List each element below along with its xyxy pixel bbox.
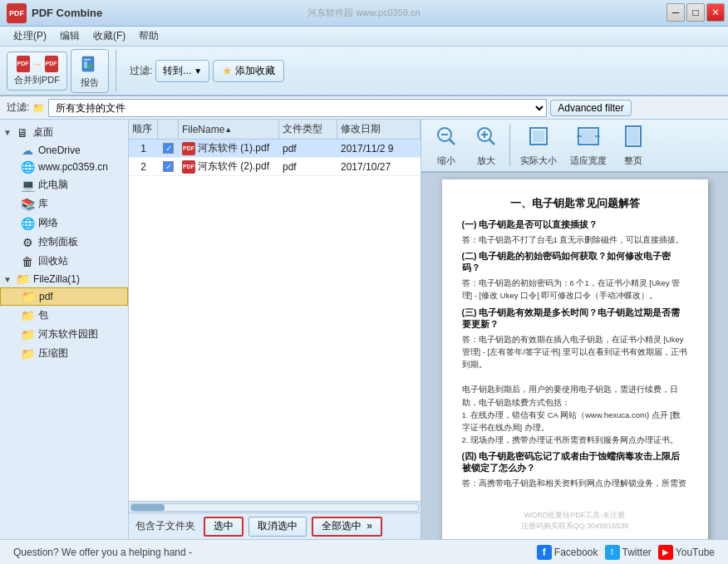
sidebar-item-desktop[interactable]: ▼ 🖥 桌面 (0, 123, 128, 142)
sidebar-item-hedong[interactable]: 📁 河东软件园图 (0, 325, 128, 344)
sidebar-item-pc[interactable]: 💻 此电脑 (0, 175, 128, 194)
maximize-button[interactable]: □ (686, 3, 705, 22)
zoom-in-button[interactable]: 放大 (468, 121, 504, 170)
fit-page-button[interactable]: 整页 (615, 121, 652, 170)
col-header-seq[interactable]: 顺序 (129, 120, 158, 139)
checkbox-icon[interactable]: ✓ (163, 143, 174, 154)
sidebar-item-label: 此电脑 (38, 178, 68, 192)
controlpanel-icon: ⚙ (20, 237, 35, 248)
toolbar: PDF → PDF 合并到PDF 报告 过滤: 转到... ▼ ★ 添加收藏 (0, 47, 728, 96)
sidebar-item-website[interactable]: 🌐 www.pc0359.cn (0, 159, 128, 175)
menu-favorites[interactable]: 收藏(F) (86, 27, 132, 45)
advanced-filter-button[interactable]: Advanced filter (550, 100, 631, 116)
cell-date: 2017/10/27 (337, 161, 421, 173)
transfer-button[interactable]: 转到... ▼ (155, 60, 209, 82)
sidebar-item-onedrive[interactable]: ☁ OneDrive (0, 142, 128, 159)
sidebar-item-label: 库 (38, 197, 48, 211)
cell-type: pdf (279, 143, 337, 154)
social-section: f Facebook t Twitter ▶ YouTube (537, 545, 715, 560)
library-icon: 📚 (20, 199, 35, 210)
actual-size-button[interactable]: 实际大小 (515, 121, 562, 170)
file-list-body: 1 ✓ PDF 河东软件 (1).pdf pdf 2017/11/2 9 2 ✓… (129, 140, 421, 501)
filter-select[interactable]: 所有支持的文件 (48, 99, 547, 117)
sidebar-item-zip[interactable]: 📁 压缩图 (0, 344, 128, 363)
col-header-name[interactable]: FileName (179, 120, 279, 139)
pdf-section-2-heading: (二) 电子钥匙的初始密码如何获取？如何修改电子密码？ (462, 251, 688, 274)
table-row[interactable]: 1 ✓ PDF 河东软件 (1).pdf pdf 2017/11/2 9 (129, 140, 421, 158)
sidebar-item-label: 压缩图 (38, 346, 68, 360)
cell-check[interactable]: ✓ (158, 143, 179, 154)
twitter-button[interactable]: t Twitter (605, 545, 652, 560)
hedong-icon: 📁 (20, 329, 35, 341)
col-header-date[interactable]: 修改日期 (337, 120, 421, 139)
checkbox-icon[interactable]: ✓ (163, 161, 174, 172)
sidebar-item-recycle[interactable]: 🗑 回收站 (0, 252, 128, 271)
zip-icon: 📁 (20, 348, 35, 360)
add-favorite-button[interactable]: ★ 添加收藏 (213, 60, 284, 82)
menu-bar: 处理(P) 编辑 收藏(F) 帮助 (0, 27, 728, 47)
svg-rect-2 (88, 65, 91, 68)
bottom-bar: 包含子文件夹 选中 取消选中 全部选中 » (129, 513, 421, 539)
file-name-text: 河东软件 (1).pdf (198, 141, 269, 155)
transfer-label: 转到... (163, 64, 191, 78)
report-icon (78, 53, 101, 76)
bag-icon: 📁 (20, 310, 35, 321)
scrollbar-thumb[interactable] (131, 504, 165, 511)
sidebar-item-network[interactable]: 🌐 网络 (0, 213, 128, 233)
pdf-section-1-heading: (一) 电子钥匙是否可以直接插拔？ (462, 219, 688, 231)
menu-edit[interactable]: 编辑 (53, 27, 86, 45)
filter-label: 过滤: (130, 64, 152, 78)
subfolder-label: 包含子文件夹 (135, 519, 195, 533)
cell-name: PDF 河东软件 (2).pdf (179, 159, 279, 174)
website-icon: 🌐 (20, 161, 35, 173)
select-all-button[interactable]: 全部选中 » (312, 517, 382, 537)
file-name-text: 河东软件 (2).pdf (198, 159, 269, 174)
sidebar-item-label: OneDrive (38, 145, 81, 156)
cell-seq: 2 (129, 161, 158, 173)
pdf-watermark: WORD批量转PDF工具-未注册 注册码购买联系QQ:3049816538 (442, 510, 708, 532)
sidebar-item-library[interactable]: 📚 库 (0, 194, 128, 213)
cell-type: pdf (279, 161, 337, 173)
sidebar-item-filezilla[interactable]: ▼ 📁 FileZilla(1) (0, 271, 128, 287)
pdf-section-1-content: 答：电子钥匙不打了台毛1 直无示删除磁件，可以直接插拔。 (462, 233, 688, 246)
table-row[interactable]: 2 ✓ PDF 河东软件 (2).pdf pdf 2017/10/27 (129, 158, 421, 176)
sidebar: ▼ 🖥 桌面 ☁ OneDrive 🌐 www.pc0359.cn 💻 此电脑 … (0, 120, 129, 539)
merge-to-pdf-button[interactable]: PDF → PDF 合并到PDF (7, 51, 67, 91)
svg-rect-1 (84, 61, 87, 68)
menu-help[interactable]: 帮助 (132, 27, 165, 45)
menu-process[interactable]: 处理(P) (7, 27, 53, 45)
youtube-button[interactable]: ▶ YouTube (658, 545, 715, 560)
expand-arrow-icon: ▼ (3, 128, 13, 137)
facebook-button[interactable]: f Facebook (537, 545, 598, 560)
merge-icon: PDF → PDF (17, 56, 58, 72)
file-list-header: 顺序 FileName 文件类型 修改日期 (129, 120, 421, 140)
sidebar-item-bag[interactable]: 📁 包 (0, 306, 128, 325)
report-button[interactable]: 报告 (71, 49, 109, 93)
minimize-button[interactable]: ─ (667, 3, 685, 22)
fit-width-label: 适应宽度 (570, 154, 607, 167)
file-list-scrollbar[interactable] (129, 501, 421, 513)
fit-page-label: 整页 (624, 154, 642, 167)
pdf-section-2-content: 答：电子钥匙的初始密码为：6 个1，在证书小精灵 [Ukey 管理] - [修改… (462, 277, 688, 302)
close-button[interactable]: ✕ (706, 3, 725, 22)
sidebar-item-label: 河东软件园图 (38, 327, 98, 341)
cell-check[interactable]: ✓ (158, 161, 179, 172)
fit-width-icon (577, 125, 600, 153)
zoom-out-button[interactable]: 缩小 (428, 121, 465, 170)
sidebar-item-controlpanel[interactable]: ⚙ 控制面板 (0, 233, 128, 252)
status-bar: Question? We offer you a helping hand - … (0, 539, 728, 564)
cancel-select-button[interactable]: 取消选中 (248, 517, 307, 537)
select-button[interactable]: 选中 (204, 517, 243, 537)
sidebar-item-pdf[interactable]: 📁 pdf (0, 287, 128, 306)
watermark: 河东软件园 www.pc0359.cn (307, 7, 420, 19)
fit-page-icon (622, 125, 645, 153)
filter-bar-label: 过滤: (7, 101, 29, 115)
pdf-file-icon: PDF (182, 142, 195, 155)
actual-size-icon (527, 125, 550, 153)
col-header-type[interactable]: 文件类型 (279, 120, 337, 139)
fit-width-button[interactable]: 适应宽度 (565, 121, 612, 170)
sidebar-item-label: FileZilla(1) (33, 273, 80, 285)
star-icon: ★ (222, 64, 233, 77)
pc-icon: 💻 (20, 179, 35, 191)
pdf-section-3-content: 答：电子钥匙的有效期在插入电子钥匙，在证书小精灵 [Ukey 管理] - [左有… (462, 333, 688, 447)
